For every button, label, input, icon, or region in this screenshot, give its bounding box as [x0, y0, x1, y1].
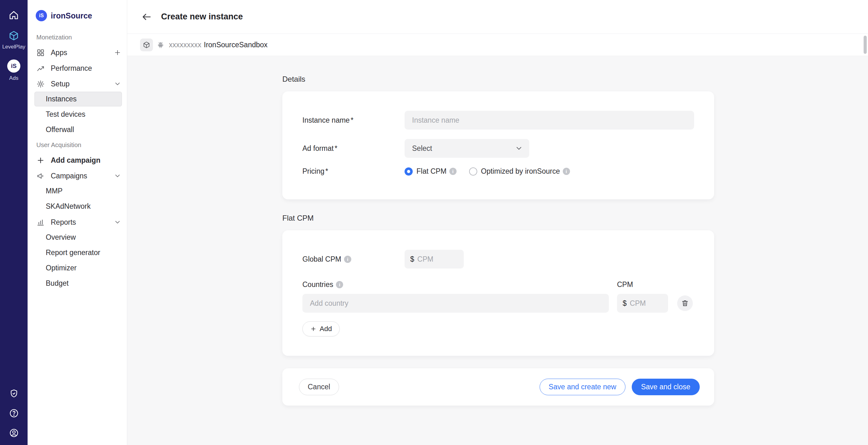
- page-content: Details Instance name* Ad format* Sele: [127, 56, 868, 445]
- instance-name-label: Instance name*: [302, 116, 405, 125]
- rail-ads-button[interactable]: iS Ads: [7, 60, 20, 81]
- sidebar-item-add-campaign[interactable]: Add campaign: [28, 152, 127, 168]
- sidebar-item-label: Instances: [46, 95, 76, 103]
- add-app-button[interactable]: [114, 49, 121, 56]
- sidebar-item-mmp[interactable]: MMP: [34, 184, 122, 198]
- sidebar: iS ironSource Monetization Apps Performa…: [28, 0, 127, 445]
- sidebar-item-reports[interactable]: Reports: [28, 214, 127, 230]
- plus-icon: [114, 49, 121, 56]
- ironsource-logo[interactable]: iS ironSource: [28, 10, 127, 21]
- currency-symbol: $: [623, 299, 627, 308]
- instance-name-input[interactable]: [405, 111, 694, 130]
- trash-icon: [681, 299, 689, 307]
- cancel-button[interactable]: Cancel: [299, 379, 339, 395]
- pricing-label: Pricing*: [302, 167, 405, 176]
- sidebar-item-apps[interactable]: Apps: [28, 45, 127, 60]
- bar-chart-icon: [36, 218, 45, 227]
- instance-name-row: Instance name*: [302, 111, 694, 130]
- country-cpm-input[interactable]: [630, 299, 663, 308]
- optimized-radio-label: Optimized by ironSource: [481, 167, 560, 176]
- grid-icon: [36, 48, 45, 57]
- sidebar-item-offerwall[interactable]: Offerwall: [34, 123, 122, 137]
- android-icon: [156, 41, 165, 49]
- add-country-button[interactable]: Add: [302, 321, 340, 336]
- page-header: Create new instance: [127, 0, 868, 34]
- sidebar-item-campaigns[interactable]: Campaigns: [28, 168, 127, 184]
- back-button[interactable]: [140, 10, 154, 24]
- line-chart-icon: [36, 64, 45, 73]
- rail-bottom-group: [9, 388, 19, 438]
- sidebar-item-test-devices[interactable]: Test devices: [34, 107, 122, 122]
- section-label-user-acquisition: User Acquisition: [28, 141, 127, 149]
- sidebar-item-label: Performance: [51, 64, 92, 73]
- rail-account-button[interactable]: [9, 428, 19, 438]
- countries-header-row: Countries CPM: [302, 280, 694, 289]
- delete-row-button[interactable]: [677, 296, 693, 311]
- user-circle-icon: [9, 428, 19, 438]
- country-cpm-field: $: [617, 294, 668, 313]
- country-input[interactable]: [302, 294, 609, 313]
- details-card: Instance name* Ad format* Select: [282, 91, 714, 199]
- sidebar-item-optimizer[interactable]: Optimizer: [34, 261, 122, 275]
- ironsource-monogram-icon: iS: [7, 60, 20, 73]
- chevron-down-icon: [114, 172, 121, 180]
- sidebar-item-skadnetwork[interactable]: SKAdNetwork: [34, 199, 122, 214]
- ad-format-select-value: Select: [412, 144, 432, 153]
- plus-icon: [36, 156, 45, 165]
- global-cpm-field: $: [405, 250, 464, 269]
- ad-format-select[interactable]: Select: [405, 139, 529, 158]
- sidebar-item-budget[interactable]: Budget: [34, 276, 122, 291]
- question-mark-icon: [9, 408, 19, 418]
- rail-ads-label: Ads: [9, 75, 18, 81]
- countries-label: Countries: [302, 280, 617, 289]
- optimized-radio[interactable]: [469, 167, 477, 176]
- flat-cpm-radio[interactable]: [405, 167, 413, 176]
- sidebar-item-label: Apps: [51, 48, 67, 57]
- rail-help-button[interactable]: [9, 408, 19, 418]
- sidebar-item-report-generator[interactable]: Report generator: [34, 245, 122, 260]
- info-icon[interactable]: [344, 256, 351, 263]
- cpm-column-label: CPM: [617, 280, 633, 289]
- actions-card: Cancel Save and create new Save and clos…: [282, 368, 714, 406]
- save-and-create-new-button[interactable]: Save and create new: [539, 379, 625, 395]
- ironsource-logo-icon: iS: [36, 10, 47, 21]
- sidebar-item-performance[interactable]: Performance: [28, 60, 127, 76]
- section-label-monetization: Monetization: [28, 34, 127, 41]
- sidebar-item-label: Budget: [46, 279, 69, 287]
- chevron-down-icon: [114, 80, 121, 88]
- sidebar-item-label: Add campaign: [51, 156, 100, 165]
- shield-icon: [9, 388, 19, 399]
- sidebar-item-setup[interactable]: Setup: [28, 76, 127, 92]
- app-cube-icon: [140, 38, 153, 51]
- info-icon[interactable]: [336, 281, 343, 288]
- app-id: xxxxxxxxx: [169, 41, 202, 49]
- global-cpm-row: Global CPM $: [302, 250, 694, 269]
- main-area: Create new instance xxxxxxxxx IronSource…: [127, 0, 868, 445]
- sidebar-item-overview[interactable]: Overview: [34, 230, 122, 245]
- save-buttons-group: Save and create new Save and close: [539, 379, 700, 395]
- rail-privacy-button[interactable]: [9, 388, 19, 399]
- sidebar-item-label: Reports: [51, 218, 76, 227]
- details-section-title: Details: [282, 75, 714, 83]
- info-icon[interactable]: [563, 168, 570, 175]
- sidebar-item-instances[interactable]: Instances: [34, 92, 122, 106]
- rail-levelplay-label: LevelPlay: [2, 44, 25, 50]
- sidebar-item-label: Offerwall: [46, 126, 74, 134]
- save-and-close-button[interactable]: Save and close: [632, 379, 700, 395]
- scrollbar[interactable]: [864, 36, 867, 54]
- chevron-down-icon: [515, 144, 523, 152]
- flat-cpm-section-title: Flat CPM: [282, 214, 714, 222]
- info-icon[interactable]: [450, 168, 457, 175]
- currency-symbol: $: [410, 255, 414, 264]
- levelplay-cube-icon: [8, 30, 20, 41]
- sidebar-item-label: Optimizer: [46, 264, 76, 272]
- rail-home-button[interactable]: [8, 9, 20, 21]
- global-cpm-input[interactable]: [417, 255, 459, 264]
- sidebar-item-label: MMP: [46, 187, 63, 195]
- app-name: IronSourceSandbox: [204, 41, 268, 49]
- country-cpm-row: $: [302, 294, 694, 313]
- rail-levelplay-button[interactable]: LevelPlay: [2, 30, 25, 50]
- gear-icon: [36, 80, 45, 88]
- sidebar-item-label: Campaigns: [51, 172, 87, 180]
- pricing-row: Pricing* Flat CPM Optimized by ironSourc…: [302, 167, 694, 176]
